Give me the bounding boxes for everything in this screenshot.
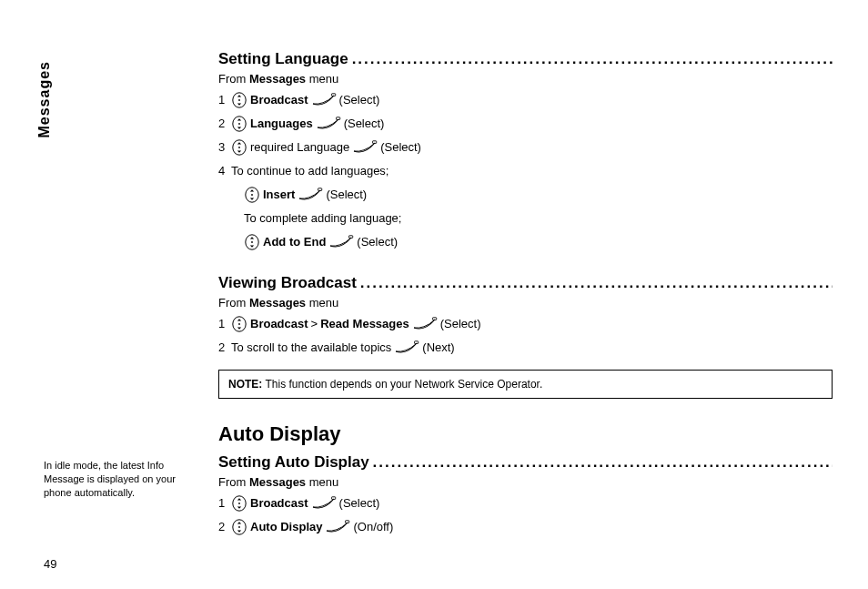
page: Messages In idle mode, the latest Info M… bbox=[0, 0, 868, 589]
step-action: (Select) bbox=[339, 493, 380, 513]
nav-icon bbox=[244, 234, 260, 250]
step-label: Languages bbox=[250, 114, 313, 133]
steps-setting-auto-display: 1 Broadcast (Select) 2 Auto Display (On/… bbox=[218, 493, 833, 536]
step-label: Broadcast bbox=[250, 314, 308, 333]
step-number: 2 bbox=[218, 338, 231, 357]
softkey-icon bbox=[298, 188, 323, 201]
step-action: (On/off) bbox=[353, 517, 393, 536]
leader-dots: ........................................… bbox=[352, 50, 833, 68]
heading-setting-auto-display: Setting Auto Display ...................… bbox=[218, 453, 833, 472]
step-row: 2 To scroll to the available topics (Nex… bbox=[218, 338, 833, 357]
step-action: (Select) bbox=[440, 314, 481, 333]
note-text: This function depends on your Network Se… bbox=[262, 378, 542, 391]
step-number: 2 bbox=[218, 114, 231, 133]
step-number: 1 bbox=[218, 90, 231, 109]
step-text: To scroll to the available topics bbox=[231, 338, 391, 357]
from-prefix: From bbox=[218, 72, 249, 86]
from-menu-name: Messages bbox=[249, 72, 306, 86]
from-menu-name: Messages bbox=[249, 296, 306, 310]
step-row-indent: To complete adding language; bbox=[218, 208, 833, 228]
from-suffix: menu bbox=[306, 72, 338, 86]
step-row: 3 required Language (Select) bbox=[218, 137, 833, 157]
note-box: NOTE: This function depends on your Netw… bbox=[218, 370, 833, 399]
step-action: (Select) bbox=[339, 90, 380, 109]
section-tab-label: Messages bbox=[36, 61, 53, 138]
heading-text: Viewing Broadcast bbox=[218, 274, 357, 292]
from-suffix: menu bbox=[306, 296, 338, 310]
step-row-indent: Add to End (Select) bbox=[218, 232, 833, 251]
step-number: 1 bbox=[218, 314, 231, 333]
nav-icon bbox=[231, 316, 247, 332]
from-line: From Messages menu bbox=[218, 296, 833, 310]
softkey-icon bbox=[325, 520, 350, 533]
step-label: Insert bbox=[263, 185, 295, 204]
step-text: To continue to add languages; bbox=[231, 161, 389, 180]
nav-icon bbox=[231, 139, 247, 156]
nav-icon bbox=[231, 495, 247, 512]
step-action: (Select) bbox=[344, 114, 385, 133]
heading-text: Setting Language bbox=[218, 50, 348, 68]
step-number: 2 bbox=[218, 517, 231, 536]
from-menu-name: Messages bbox=[249, 475, 306, 489]
from-line: From Messages menu bbox=[218, 72, 833, 86]
heading-text: Setting Auto Display bbox=[218, 453, 369, 472]
heading-viewing-broadcast: Viewing Broadcast ......................… bbox=[218, 274, 833, 292]
step-number: 3 bbox=[218, 137, 231, 157]
softkey-icon bbox=[394, 340, 419, 354]
step-row: 2 Auto Display (On/off) bbox=[218, 517, 833, 536]
step-label: Auto Display bbox=[250, 517, 322, 536]
from-suffix: menu bbox=[306, 475, 338, 489]
nav-icon bbox=[231, 92, 247, 108]
step-row: 1 Broadcast > Read Messages (Select) bbox=[218, 314, 833, 333]
step-label: Broadcast bbox=[250, 90, 308, 109]
softkey-icon bbox=[352, 140, 378, 154]
page-number: 49 bbox=[44, 557, 56, 571]
step-text: To complete adding language; bbox=[244, 208, 401, 228]
note-label: NOTE: bbox=[228, 378, 262, 391]
softkey-icon bbox=[328, 235, 354, 249]
step-action: (Next) bbox=[422, 338, 454, 357]
step-row: 4 To continue to add languages; bbox=[218, 161, 833, 180]
step-action: (Select) bbox=[380, 137, 421, 157]
step-row-indent: Insert (Select) bbox=[218, 185, 833, 204]
from-prefix: From bbox=[218, 296, 249, 310]
leader-dots: ........................................… bbox=[360, 274, 833, 292]
step-number: 4 bbox=[218, 161, 231, 180]
steps-setting-language: 1 Broadcast (Select) 2 Languages (Select… bbox=[218, 90, 833, 251]
step-number: 1 bbox=[218, 493, 231, 513]
leader-dots: ........................................… bbox=[373, 453, 833, 472]
softkey-icon bbox=[412, 317, 438, 330]
from-line: From Messages menu bbox=[218, 475, 833, 489]
nav-icon bbox=[244, 187, 260, 203]
nav-icon bbox=[231, 116, 247, 132]
nav-icon bbox=[231, 519, 247, 535]
heading-setting-language: Setting Language .......................… bbox=[218, 50, 833, 68]
side-margin-bg bbox=[20, 0, 187, 286]
from-prefix: From bbox=[218, 475, 249, 489]
step-action: (Select) bbox=[326, 185, 367, 204]
step-label: Broadcast bbox=[250, 493, 308, 513]
softkey-icon bbox=[311, 93, 337, 107]
step-row: 1 Broadcast (Select) bbox=[218, 90, 833, 109]
softkey-icon bbox=[316, 117, 341, 130]
margin-note: In idle mode, the latest Info Message is… bbox=[44, 459, 187, 500]
step-row: 2 Languages (Select) bbox=[218, 114, 833, 133]
step-label: Add to End bbox=[263, 232, 326, 251]
main-content: Setting Language .......................… bbox=[218, 50, 833, 541]
step-mid-text: required Language bbox=[250, 137, 349, 157]
step-label: Read Messages bbox=[320, 314, 409, 333]
step-row: 1 Broadcast (Select) bbox=[218, 493, 833, 513]
softkey-icon bbox=[311, 496, 337, 510]
heading-auto-display: Auto Display bbox=[218, 422, 833, 446]
steps-viewing-broadcast: 1 Broadcast > Read Messages (Select) 2 T… bbox=[218, 314, 833, 357]
step-sep: > bbox=[311, 314, 318, 333]
step-action: (Select) bbox=[357, 232, 398, 251]
